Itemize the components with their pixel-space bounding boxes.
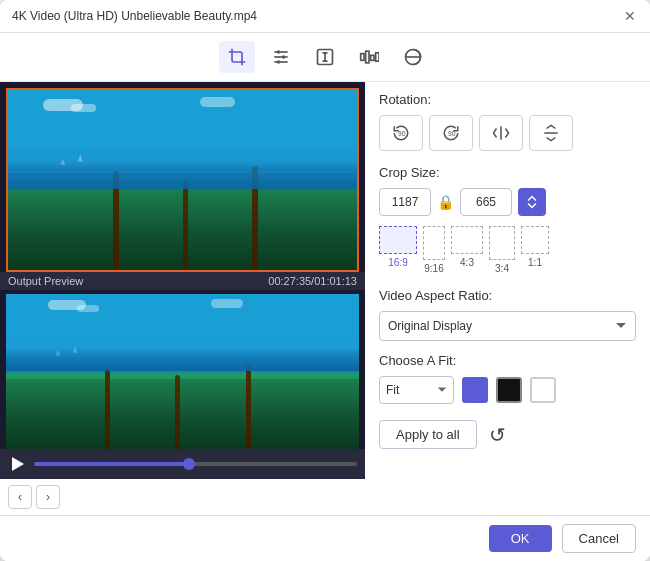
svg-rect-9 — [371, 55, 374, 60]
ratio-label-16-9: 16:9 — [388, 257, 407, 268]
color-purple[interactable] — [462, 377, 488, 403]
flip-horizontal-btn[interactable] — [479, 115, 523, 151]
lock-icon[interactable]: 🔒 — [437, 194, 454, 210]
ratio-9-16[interactable]: 9:16 — [423, 226, 445, 274]
toolbar-effects-btn[interactable] — [395, 41, 431, 73]
svg-marker-12 — [12, 457, 24, 471]
choose-fit-section: Choose A Fit: Fit Fill Stretch — [379, 353, 636, 404]
crop-size-label: Crop Size: — [379, 165, 636, 180]
rotation-buttons: 90 90 — [379, 115, 636, 151]
right-panel: Rotation: 90 90 — [365, 82, 650, 515]
beach-scene-top — [8, 90, 357, 270]
left-panel: Output Preview 00:27:35/01:01:13 — [0, 82, 365, 515]
ratio-label-3-4: 3:4 — [495, 263, 509, 274]
progress-fill — [34, 462, 189, 466]
fit-row: Fit Fill Stretch — [379, 376, 636, 404]
color-black[interactable] — [496, 377, 522, 403]
rotate-left-btn[interactable]: 90 — [379, 115, 423, 151]
apply-to-all-button[interactable]: Apply to all — [379, 420, 477, 449]
progress-track[interactable] — [34, 462, 357, 466]
svg-rect-7 — [361, 54, 364, 61]
ratio-3-4[interactable]: 3:4 — [489, 226, 515, 274]
play-button[interactable] — [8, 455, 26, 473]
color-white[interactable] — [530, 377, 556, 403]
next-button[interactable]: › — [36, 485, 60, 509]
svg-point-4 — [282, 55, 285, 58]
ratio-box-1-1 — [521, 226, 549, 254]
ratio-16-9[interactable]: 16:9 — [379, 226, 417, 274]
svg-point-3 — [277, 50, 280, 53]
ratio-4-3[interactable]: 4:3 — [451, 226, 483, 274]
ratio-1-1[interactable]: 1:1 — [521, 226, 549, 274]
window-title: 4K Video (Ultra HD) Unbelievable Beauty.… — [12, 9, 257, 23]
prev-button[interactable]: ‹ — [8, 485, 32, 509]
bottom-bar: OK Cancel — [0, 515, 650, 561]
title-bar: 4K Video (Ultra HD) Unbelievable Beauty.… — [0, 0, 650, 33]
video-aspect-ratio-section: Video Aspect Ratio: Original Display 16:… — [379, 288, 636, 341]
svg-rect-8 — [366, 51, 369, 63]
output-timestamp: 00:27:35/01:01:13 — [268, 275, 357, 287]
output-label-bar: Output Preview 00:27:35/01:01:13 — [0, 272, 365, 290]
crop-width-input[interactable] — [379, 188, 431, 216]
ratio-box-4-3 — [451, 226, 483, 254]
ratio-box-3-4 — [489, 226, 515, 260]
svg-text:90: 90 — [448, 130, 456, 137]
rotate-right-btn[interactable]: 90 — [429, 115, 473, 151]
ratio-label-9-16: 9:16 — [424, 263, 443, 274]
ok-button[interactable]: OK — [489, 525, 552, 552]
close-button[interactable]: ✕ — [622, 8, 638, 24]
main-content: Output Preview 00:27:35/01:01:13 — [0, 82, 650, 515]
playback-bar — [0, 449, 365, 479]
toolbar-crop-btn[interactable] — [219, 41, 255, 73]
aspect-ratio-buttons: 16:9 9:16 4:3 3:4 1:1 — [379, 226, 636, 274]
video-aspect-ratio-select[interactable]: Original Display 16:9 4:3 1:1 — [379, 311, 636, 341]
action-row: Apply to all ↺ — [379, 420, 636, 449]
ratio-label-1-1: 1:1 — [528, 257, 542, 268]
swap-dimensions-btn[interactable] — [518, 188, 546, 216]
toolbar-text-btn[interactable] — [307, 41, 343, 73]
ratio-label-4-3: 4:3 — [460, 257, 474, 268]
choose-fit-label: Choose A Fit: — [379, 353, 636, 368]
svg-point-5 — [277, 60, 280, 63]
crop-height-input[interactable] — [460, 188, 512, 216]
reset-button[interactable]: ↺ — [489, 423, 506, 447]
rotation-label: Rotation: — [379, 92, 636, 107]
crop-size-row: 🔒 — [379, 188, 636, 216]
preview-bottom — [6, 294, 359, 449]
ratio-box-9-16 — [423, 226, 445, 260]
cancel-button[interactable]: Cancel — [562, 524, 636, 553]
beach-scene-bottom — [6, 294, 359, 449]
svg-text:90: 90 — [398, 130, 406, 137]
fit-select[interactable]: Fit Fill Stretch — [379, 376, 454, 404]
ratio-box-16-9 — [379, 226, 417, 254]
toolbar-adjust-btn[interactable] — [263, 41, 299, 73]
main-window: 4K Video (Ultra HD) Unbelievable Beauty.… — [0, 0, 650, 561]
output-preview-label: Output Preview — [8, 275, 83, 287]
progress-thumb[interactable] — [183, 458, 195, 470]
preview-top — [6, 88, 359, 272]
flip-vertical-btn[interactable] — [529, 115, 573, 151]
svg-rect-10 — [376, 53, 379, 61]
nav-buttons: ‹ › — [0, 479, 365, 515]
video-aspect-ratio-label: Video Aspect Ratio: — [379, 288, 636, 303]
toolbar-audio-btn[interactable] — [351, 41, 387, 73]
toolbar — [0, 33, 650, 82]
